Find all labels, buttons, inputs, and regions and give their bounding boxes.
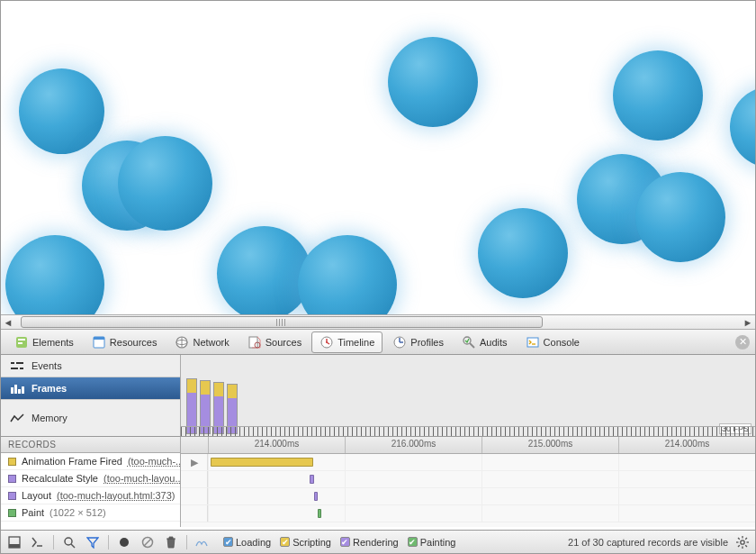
- record-item[interactable]: Animation Frame Fired (too-much-...: [1, 453, 180, 470]
- tab-console[interactable]: Console: [518, 331, 588, 353]
- dock-icon[interactable]: [6, 534, 22, 550]
- timeline-view-frames[interactable]: Frames: [1, 377, 180, 400]
- tab-label: Sources: [266, 337, 302, 348]
- track-lane[interactable]: [208, 471, 755, 487]
- tab-profiles[interactable]: Profiles: [384, 331, 452, 353]
- svg-line-42: [738, 538, 740, 540]
- view-icon: [10, 383, 24, 394]
- timing-bar[interactable]: [310, 475, 314, 484]
- glue-icon[interactable]: [194, 534, 211, 550]
- svg-rect-26: [14, 385, 17, 394]
- record-label: Paint: [22, 507, 44, 518]
- records-panel: RECORDS Animation Frame Fired (too-much-…: [1, 437, 755, 527]
- resources-icon: [92, 335, 106, 350]
- expand-toggle: [181, 471, 208, 487]
- color-swatch: [8, 509, 16, 517]
- timing-bar[interactable]: [314, 492, 318, 501]
- tab-sources[interactable]: Sources: [239, 331, 310, 353]
- color-swatch: [8, 475, 16, 483]
- record-source-link[interactable]: (too-much-layout.html:373): [57, 490, 175, 501]
- filter-painting[interactable]: ✔Painting: [408, 537, 456, 548]
- time-header-cell: 215.000ms: [482, 437, 618, 453]
- frames-canvas[interactable]: 30 FPS: [181, 355, 755, 436]
- records-sidebar: RECORDS Animation Frame Fired (too-much-…: [1, 437, 181, 527]
- record-label: Layout: [22, 490, 51, 501]
- track-lane[interactable]: [208, 505, 755, 522]
- filter-label: Rendering: [353, 537, 399, 548]
- sources-icon: [248, 335, 262, 350]
- track-lane[interactable]: [208, 454, 755, 470]
- ball: [118, 136, 212, 231]
- timeline-view-memory[interactable]: Memory: [1, 400, 180, 436]
- timing-bar[interactable]: [211, 458, 313, 467]
- filter-label: Loading: [236, 537, 271, 548]
- filter-label: Painting: [420, 537, 456, 548]
- time-header-cell: 216.000ms: [345, 437, 482, 453]
- clear-icon[interactable]: [140, 534, 156, 550]
- record-label: Animation Frame Fired: [22, 456, 122, 467]
- filter-loading[interactable]: ✔Loading: [223, 537, 271, 548]
- checkbox-icon: ✔: [340, 537, 350, 547]
- time-header-cell: 214.000ms: [618, 437, 755, 453]
- tab-network[interactable]: Network: [166, 331, 237, 353]
- view-label: Memory: [32, 413, 68, 423]
- records-timeline[interactable]: 214.000ms216.000ms215.000ms214.000ms ▶: [181, 437, 755, 527]
- svg-rect-25: [11, 387, 14, 394]
- horizontal-scrollbar[interactable]: ◄ ►: [1, 314, 755, 330]
- record-track: ▶: [181, 454, 755, 471]
- status-text: 21 of 30 captured records are visible: [568, 537, 728, 548]
- page-viewport: [1, 1, 755, 314]
- ball: [478, 208, 568, 298]
- filter-icon[interactable]: [85, 534, 101, 550]
- timing-bar[interactable]: [318, 509, 321, 518]
- tab-label: Profiles: [410, 337, 444, 348]
- timeline-icon: [320, 335, 334, 350]
- records-header: RECORDS: [1, 437, 180, 453]
- ball: [19, 68, 104, 154]
- scrollbar-thumb[interactable]: [21, 316, 543, 328]
- close-icon[interactable]: ✕: [735, 335, 750, 350]
- frames-ruler: [181, 426, 755, 436]
- record-track: [181, 488, 755, 505]
- record-icon[interactable]: [116, 534, 132, 550]
- scrollbar-track[interactable]: [15, 315, 741, 329]
- devtools-tabbar: ElementsResourcesNetworkSourcesTimelineP…: [1, 330, 755, 355]
- tab-label: Audits: [480, 337, 508, 348]
- console-toggle-icon[interactable]: [30, 534, 46, 550]
- record-source-link[interactable]: (too-much-...: [128, 456, 180, 467]
- expand-toggle[interactable]: ▶: [181, 454, 208, 470]
- svg-line-18: [470, 343, 474, 348]
- svg-rect-27: [18, 389, 21, 394]
- profiles-icon: [392, 335, 407, 350]
- tab-resources[interactable]: Resources: [84, 331, 166, 353]
- search-icon[interactable]: [61, 534, 77, 550]
- scroll-right-arrow[interactable]: ►: [741, 315, 755, 329]
- color-swatch: [8, 492, 16, 500]
- record-source-link[interactable]: (too-much-layou...: [104, 473, 180, 484]
- filter-scripting[interactable]: ✔Scripting: [280, 537, 331, 548]
- track-lane[interactable]: [208, 488, 755, 504]
- filter-rendering[interactable]: ✔Rendering: [340, 537, 399, 548]
- scroll-left-arrow[interactable]: ◄: [1, 315, 15, 329]
- timeline-panel: EventsFramesMemory 30 FPS: [1, 355, 755, 437]
- tab-label: Timeline: [338, 337, 374, 348]
- svg-rect-19: [527, 338, 538, 347]
- svg-line-44: [738, 545, 740, 547]
- tab-label: Network: [193, 337, 229, 348]
- record-meta: (1022 × 512): [50, 507, 106, 518]
- tab-timeline[interactable]: Timeline: [311, 331, 382, 353]
- tab-elements[interactable]: Elements: [6, 331, 82, 353]
- svg-point-34: [120, 538, 129, 547]
- record-item[interactable]: Recalculate Style (too-much-layou...: [1, 470, 180, 487]
- svg-rect-28: [22, 386, 24, 394]
- garbage-icon[interactable]: [163, 534, 179, 550]
- record-item[interactable]: Paint (1022 × 512): [1, 504, 180, 522]
- tab-audits[interactable]: Audits: [454, 331, 516, 353]
- tab-label: Console: [544, 337, 580, 348]
- record-item[interactable]: Layout (too-much-layout.html:373): [1, 487, 180, 504]
- checkbox-icon: ✔: [223, 537, 233, 547]
- time-header-cell: 214.000ms: [208, 437, 345, 453]
- timeline-view-events[interactable]: Events: [1, 355, 180, 377]
- gear-icon[interactable]: [735, 535, 750, 549]
- record-track: [181, 471, 755, 488]
